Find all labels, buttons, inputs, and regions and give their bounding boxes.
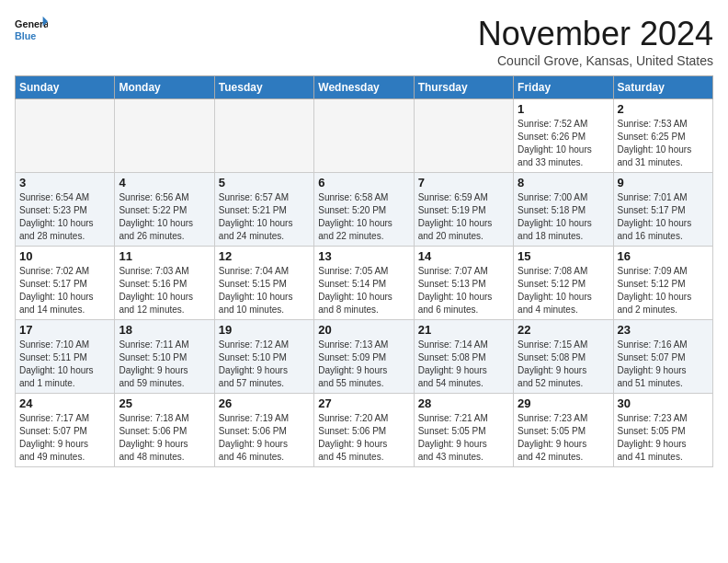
day-number: 8 <box>518 176 609 190</box>
calendar-cell <box>16 99 115 173</box>
calendar-cell: 24Sunrise: 7:17 AM Sunset: 5:07 PM Dayli… <box>16 394 115 467</box>
day-number: 24 <box>19 396 110 410</box>
page-header: General Blue November 2024 Council Grove… <box>15 15 713 68</box>
day-number: 13 <box>318 249 409 263</box>
calendar-cell: 22Sunrise: 7:15 AM Sunset: 5:08 PM Dayli… <box>514 320 613 394</box>
calendar-cell: 14Sunrise: 7:07 AM Sunset: 5:13 PM Dayli… <box>414 247 513 320</box>
day-number: 3 <box>19 176 110 190</box>
day-number: 11 <box>119 249 210 263</box>
day-number: 27 <box>318 396 409 410</box>
day-number: 7 <box>418 176 509 190</box>
day-number: 16 <box>618 249 709 263</box>
day-info: Sunrise: 7:17 AM Sunset: 5:07 PM Dayligh… <box>19 412 110 464</box>
calendar-cell <box>115 99 214 173</box>
day-number: 12 <box>219 249 310 263</box>
calendar-cell: 7Sunrise: 6:59 AM Sunset: 5:19 PM Daylig… <box>414 173 513 247</box>
day-info: Sunrise: 7:19 AM Sunset: 5:06 PM Dayligh… <box>219 412 310 464</box>
calendar-cell: 19Sunrise: 7:12 AM Sunset: 5:10 PM Dayli… <box>214 320 313 394</box>
calendar-cell: 25Sunrise: 7:18 AM Sunset: 5:06 PM Dayli… <box>115 394 214 467</box>
day-info: Sunrise: 7:08 AM Sunset: 5:12 PM Dayligh… <box>518 265 609 316</box>
calendar-week-1: 1Sunrise: 7:52 AM Sunset: 6:26 PM Daylig… <box>16 99 713 173</box>
col-header-tuesday: Tuesday <box>214 76 313 99</box>
day-number: 30 <box>618 396 709 410</box>
day-info: Sunrise: 6:59 AM Sunset: 5:19 PM Dayligh… <box>418 191 509 243</box>
day-info: Sunrise: 7:21 AM Sunset: 5:05 PM Dayligh… <box>418 412 509 464</box>
day-number: 20 <box>318 323 409 337</box>
day-info: Sunrise: 7:15 AM Sunset: 5:08 PM Dayligh… <box>518 339 609 390</box>
day-info: Sunrise: 7:18 AM Sunset: 5:06 PM Dayligh… <box>119 412 210 464</box>
col-header-thursday: Thursday <box>414 76 513 99</box>
month-title: November 2024 <box>478 15 713 53</box>
logo-icon: General Blue <box>15 15 48 48</box>
day-number: 21 <box>418 323 509 337</box>
col-header-monday: Monday <box>115 76 214 99</box>
calendar-cell: 16Sunrise: 7:09 AM Sunset: 5:12 PM Dayli… <box>613 247 712 320</box>
calendar-cell: 13Sunrise: 7:05 AM Sunset: 5:14 PM Dayli… <box>314 247 414 320</box>
calendar-cell: 29Sunrise: 7:23 AM Sunset: 5:05 PM Dayli… <box>514 394 613 467</box>
day-number: 5 <box>219 176 310 190</box>
calendar-week-5: 24Sunrise: 7:17 AM Sunset: 5:07 PM Dayli… <box>16 394 713 467</box>
day-info: Sunrise: 7:14 AM Sunset: 5:08 PM Dayligh… <box>418 339 509 390</box>
col-header-wednesday: Wednesday <box>314 76 414 99</box>
location: Council Grove, Kansas, United States <box>478 53 713 68</box>
day-info: Sunrise: 7:00 AM Sunset: 5:18 PM Dayligh… <box>518 191 609 243</box>
calendar-cell: 10Sunrise: 7:02 AM Sunset: 5:17 PM Dayli… <box>16 247 115 320</box>
day-number: 14 <box>418 249 509 263</box>
day-number: 1 <box>518 102 609 116</box>
day-info: Sunrise: 7:11 AM Sunset: 5:10 PM Dayligh… <box>119 339 210 390</box>
calendar-cell: 30Sunrise: 7:23 AM Sunset: 5:05 PM Dayli… <box>613 394 712 467</box>
day-info: Sunrise: 7:03 AM Sunset: 5:16 PM Dayligh… <box>119 265 210 316</box>
day-info: Sunrise: 7:16 AM Sunset: 5:07 PM Dayligh… <box>618 339 709 390</box>
day-info: Sunrise: 7:52 AM Sunset: 6:26 PM Dayligh… <box>518 118 609 169</box>
day-info: Sunrise: 7:13 AM Sunset: 5:09 PM Dayligh… <box>318 339 409 390</box>
calendar-cell <box>314 99 414 173</box>
day-info: Sunrise: 7:04 AM Sunset: 5:15 PM Dayligh… <box>219 265 310 316</box>
day-info: Sunrise: 7:07 AM Sunset: 5:13 PM Dayligh… <box>418 265 509 316</box>
calendar-table: SundayMondayTuesdayWednesdayThursdayFrid… <box>15 75 713 467</box>
day-number: 25 <box>119 396 210 410</box>
calendar-cell: 18Sunrise: 7:11 AM Sunset: 5:10 PM Dayli… <box>115 320 214 394</box>
day-number: 23 <box>618 323 709 337</box>
calendar-cell: 20Sunrise: 7:13 AM Sunset: 5:09 PM Dayli… <box>314 320 414 394</box>
calendar-cell: 1Sunrise: 7:52 AM Sunset: 6:26 PM Daylig… <box>514 99 613 173</box>
day-info: Sunrise: 7:12 AM Sunset: 5:10 PM Dayligh… <box>219 339 310 390</box>
day-number: 4 <box>119 176 210 190</box>
day-info: Sunrise: 7:10 AM Sunset: 5:11 PM Dayligh… <box>19 339 110 390</box>
calendar-header-row: SundayMondayTuesdayWednesdayThursdayFrid… <box>16 76 713 99</box>
day-info: Sunrise: 7:23 AM Sunset: 5:05 PM Dayligh… <box>518 412 609 464</box>
calendar-week-4: 17Sunrise: 7:10 AM Sunset: 5:11 PM Dayli… <box>16 320 713 394</box>
day-number: 26 <box>219 396 310 410</box>
day-info: Sunrise: 7:02 AM Sunset: 5:17 PM Dayligh… <box>19 265 110 316</box>
calendar-cell: 27Sunrise: 7:20 AM Sunset: 5:06 PM Dayli… <box>314 394 414 467</box>
day-info: Sunrise: 7:01 AM Sunset: 5:17 PM Dayligh… <box>618 191 709 243</box>
day-number: 15 <box>518 249 609 263</box>
col-header-saturday: Saturday <box>613 76 712 99</box>
logo: General Blue <box>15 15 48 48</box>
calendar-cell: 5Sunrise: 6:57 AM Sunset: 5:21 PM Daylig… <box>214 173 313 247</box>
day-info: Sunrise: 7:05 AM Sunset: 5:14 PM Dayligh… <box>318 265 409 316</box>
calendar-cell: 9Sunrise: 7:01 AM Sunset: 5:17 PM Daylig… <box>613 173 712 247</box>
calendar-cell: 21Sunrise: 7:14 AM Sunset: 5:08 PM Dayli… <box>414 320 513 394</box>
calendar-week-3: 10Sunrise: 7:02 AM Sunset: 5:17 PM Dayli… <box>16 247 713 320</box>
calendar-cell: 8Sunrise: 7:00 AM Sunset: 5:18 PM Daylig… <box>514 173 613 247</box>
day-number: 10 <box>19 249 110 263</box>
day-info: Sunrise: 6:56 AM Sunset: 5:22 PM Dayligh… <box>119 191 210 243</box>
day-info: Sunrise: 7:23 AM Sunset: 5:05 PM Dayligh… <box>618 412 709 464</box>
col-header-sunday: Sunday <box>16 76 115 99</box>
day-info: Sunrise: 7:09 AM Sunset: 5:12 PM Dayligh… <box>618 265 709 316</box>
day-number: 18 <box>119 323 210 337</box>
calendar-cell: 15Sunrise: 7:08 AM Sunset: 5:12 PM Dayli… <box>514 247 613 320</box>
calendar-cell <box>414 99 513 173</box>
calendar-cell: 4Sunrise: 6:56 AM Sunset: 5:22 PM Daylig… <box>115 173 214 247</box>
col-header-friday: Friday <box>514 76 613 99</box>
day-number: 17 <box>19 323 110 337</box>
calendar-cell: 6Sunrise: 6:58 AM Sunset: 5:20 PM Daylig… <box>314 173 414 247</box>
day-info: Sunrise: 6:58 AM Sunset: 5:20 PM Dayligh… <box>318 191 409 243</box>
calendar-cell: 11Sunrise: 7:03 AM Sunset: 5:16 PM Dayli… <box>115 247 214 320</box>
calendar-cell: 28Sunrise: 7:21 AM Sunset: 5:05 PM Dayli… <box>414 394 513 467</box>
day-info: Sunrise: 7:20 AM Sunset: 5:06 PM Dayligh… <box>318 412 409 464</box>
calendar-cell: 23Sunrise: 7:16 AM Sunset: 5:07 PM Dayli… <box>613 320 712 394</box>
day-number: 6 <box>318 176 409 190</box>
day-info: Sunrise: 6:57 AM Sunset: 5:21 PM Dayligh… <box>219 191 310 243</box>
svg-text:Blue: Blue <box>15 30 36 41</box>
